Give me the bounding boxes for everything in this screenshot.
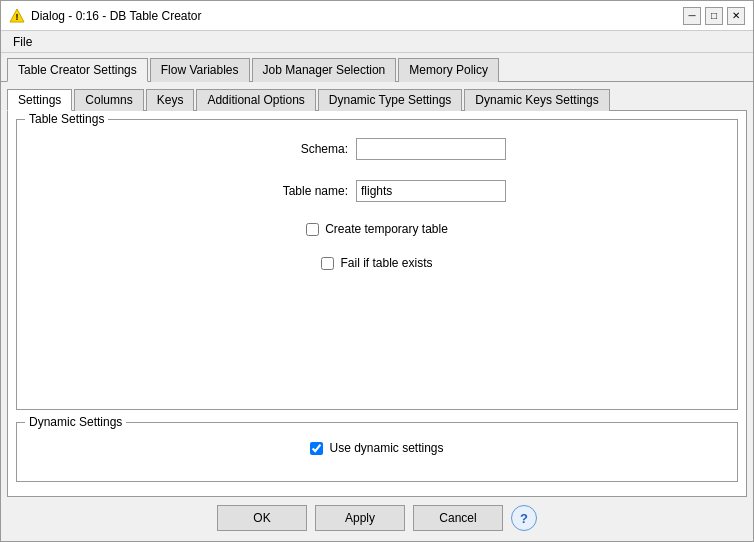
title-bar: ! Dialog - 0:16 - DB Table Creator ─ □ ✕	[1, 1, 753, 31]
title-bar-left: ! Dialog - 0:16 - DB Table Creator	[9, 8, 202, 24]
svg-text:!: !	[16, 12, 19, 22]
fail-if-exists-label: Fail if table exists	[340, 256, 432, 270]
dynamic-settings-group: Dynamic Settings Use dynamic settings	[16, 422, 738, 482]
title-controls: ─ □ ✕	[683, 7, 745, 25]
menu-bar: File	[1, 31, 753, 53]
inner-tab-columns[interactable]: Columns	[74, 89, 143, 111]
schema-row: Schema:	[29, 128, 725, 170]
use-dynamic-row: Use dynamic settings	[29, 431, 725, 465]
tab-job-manager-selection[interactable]: Job Manager Selection	[252, 58, 397, 82]
close-button[interactable]: ✕	[727, 7, 745, 25]
fail-if-exists-row: Fail if table exists	[29, 246, 725, 280]
create-temp-label: Create temporary table	[325, 222, 448, 236]
maximize-button[interactable]: □	[705, 7, 723, 25]
cancel-button[interactable]: Cancel	[413, 505, 503, 531]
use-dynamic-label: Use dynamic settings	[329, 441, 443, 455]
dynamic-settings-label: Dynamic Settings	[25, 415, 126, 429]
outer-tabs: Table Creator Settings Flow Variables Jo…	[1, 53, 753, 82]
inner-tab-dynamic-keys-settings[interactable]: Dynamic Keys Settings	[464, 89, 609, 111]
fail-if-exists-checkbox[interactable]	[321, 257, 334, 270]
help-button[interactable]: ?	[511, 505, 537, 531]
create-temp-checkbox[interactable]	[306, 223, 319, 236]
tab-table-creator-settings[interactable]: Table Creator Settings	[7, 58, 148, 82]
inner-tab-dynamic-type-settings[interactable]: Dynamic Type Settings	[318, 89, 463, 111]
content-area: Settings Columns Keys Additional Options…	[1, 82, 753, 541]
minimize-button[interactable]: ─	[683, 7, 701, 25]
button-bar: OK Apply Cancel ?	[7, 497, 747, 535]
schema-input[interactable]	[356, 138, 506, 160]
table-settings-label: Table Settings	[25, 112, 108, 126]
file-menu[interactable]: File	[7, 33, 38, 51]
inner-tabs: Settings Columns Keys Additional Options…	[7, 88, 747, 111]
inner-tab-keys[interactable]: Keys	[146, 89, 195, 111]
tab-flow-variables[interactable]: Flow Variables	[150, 58, 250, 82]
inner-tab-settings[interactable]: Settings	[7, 89, 72, 111]
apply-button[interactable]: Apply	[315, 505, 405, 531]
settings-panel: Table Settings Schema: Table name: Creat…	[7, 111, 747, 497]
ok-button[interactable]: OK	[217, 505, 307, 531]
window-title: Dialog - 0:16 - DB Table Creator	[31, 9, 202, 23]
table-name-input[interactable]	[356, 180, 506, 202]
table-settings-group: Table Settings Schema: Table name: Creat…	[16, 119, 738, 410]
tab-memory-policy[interactable]: Memory Policy	[398, 58, 499, 82]
table-name-label: Table name:	[248, 184, 348, 198]
create-temp-row: Create temporary table	[29, 212, 725, 246]
main-window: ! Dialog - 0:16 - DB Table Creator ─ □ ✕…	[0, 0, 754, 542]
warning-icon: !	[9, 8, 25, 24]
inner-tab-additional-options[interactable]: Additional Options	[196, 89, 315, 111]
use-dynamic-checkbox[interactable]	[310, 442, 323, 455]
schema-label: Schema:	[248, 142, 348, 156]
table-name-row: Table name:	[29, 170, 725, 212]
